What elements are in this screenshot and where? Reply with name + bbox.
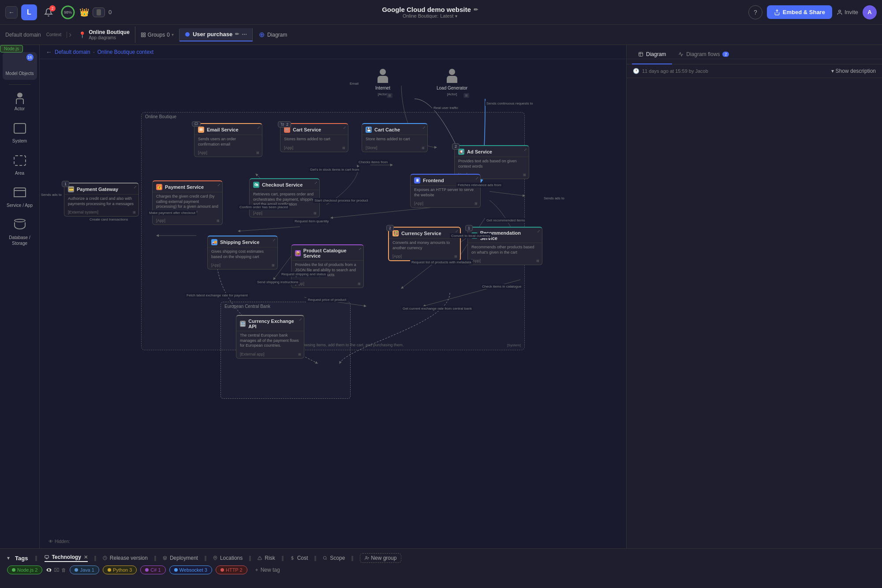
- breadcrumb-domain[interactable]: Default domain: [55, 49, 90, 55]
- product-expand[interactable]: ⤢: [359, 247, 362, 251]
- cart-badge: 2: [278, 121, 291, 127]
- tags-sep-7: ‖: [351, 555, 354, 561]
- ad-expand[interactable]: ⤢: [524, 148, 527, 152]
- load-gen-expand[interactable]: ⊞: [463, 93, 469, 98]
- recommendation-service-node[interactable]: 1 ⤢ ⭐ Recommendation Service Recommends …: [467, 227, 542, 265]
- cart-icon: 🛒: [284, 127, 290, 133]
- tag-websocket[interactable]: Websocket 3: [169, 566, 212, 574]
- payment-service-node[interactable]: ⤢ 💰 Payment Service Charges the given cr…: [152, 180, 223, 225]
- currency-expand[interactable]: ⤢: [455, 229, 458, 233]
- frontend-node[interactable]: ⤢ 🖥 Frontend Exposes an HTTP server to s…: [410, 174, 481, 208]
- tag-python[interactable]: Python 3: [103, 566, 137, 574]
- conn-email-label: Email: [348, 81, 360, 86]
- currency-api-expand[interactable]: ⤢: [299, 318, 302, 322]
- eye-slash-icon[interactable]: 👁‍🗨: [46, 567, 52, 573]
- email-footer: [App]: [194, 150, 262, 157]
- product-catalogue-node[interactable]: ⤢ 📦 Product Catalogue Service Provides t…: [291, 244, 364, 288]
- checkout-expand[interactable]: ⤢: [314, 181, 318, 185]
- project-subtitle[interactable]: Online Boutique: Latest ▾: [403, 13, 457, 19]
- service-label: Service / App: [7, 202, 33, 208]
- shipping-service-node[interactable]: ⤢ 🚚 Shipping Service Gives shipping cost…: [207, 236, 278, 270]
- email-service-node[interactable]: ⤢ ✉ Email Service Sends users an order c…: [194, 123, 262, 157]
- product-title: Product Catalogue Service: [303, 248, 360, 258]
- internet-node[interactable]: Internet [Actor] ⊞: [375, 68, 391, 96]
- ad-header: 📢 Ad Service: [455, 146, 529, 157]
- payment-gateway-node[interactable]: 1 ⤢ 💳 Payment Gateway Authorize a credit…: [64, 183, 139, 217]
- tags-divider-1: ‖: [35, 555, 37, 561]
- add-diagram-button[interactable]: ⊕ Diagram: [253, 28, 293, 41]
- payment-gw-tech: ⊞: [133, 210, 136, 214]
- nodejs-dot: [12, 568, 15, 572]
- sidebar-item-actor[interactable]: Actor: [3, 89, 37, 115]
- notifications-button[interactable]: 2: [41, 4, 56, 20]
- domain-sub: Context: [46, 32, 61, 37]
- sidebar-item-service[interactable]: Service / App: [3, 181, 37, 212]
- avatar[interactable]: A: [863, 5, 877, 19]
- shipping-expand[interactable]: ⤢: [273, 238, 276, 242]
- tag-group-release[interactable]: Release version: [103, 555, 148, 561]
- recommendation-expand[interactable]: ⤢: [537, 229, 540, 233]
- tag-group-cost[interactable]: Cost: [290, 555, 308, 561]
- groups-button[interactable]: Groups 0 ▾: [135, 29, 179, 41]
- cart-cache-body: Store items added to cart: [362, 135, 427, 145]
- more-icon[interactable]: ···: [242, 31, 247, 38]
- technology-close-icon[interactable]: ✕: [84, 554, 88, 560]
- recommendation-footer: [App]: [468, 258, 542, 265]
- tag-nodejs[interactable]: Node.js 2: [7, 566, 42, 574]
- topbar-left: ← L 2 98% 👑 0: [5, 4, 112, 20]
- new-tag-button[interactable]: New tag: [251, 566, 284, 574]
- payment-svc-expand[interactable]: ⤢: [217, 183, 220, 187]
- sidebar-item-database[interactable]: Database / Storage: [3, 213, 37, 250]
- checkout-service-node[interactable]: ⤢ 🛍 Checkout Service Retrieves cart, pre…: [249, 178, 320, 217]
- area-label: Area: [15, 170, 24, 176]
- logo: L: [21, 4, 37, 20]
- cart-cache-node[interactable]: ⤢ 💾 Cart Cache Store items added to cart…: [362, 123, 428, 152]
- cart-cache-expand[interactable]: ⤢: [422, 126, 426, 130]
- product-icon: 📦: [295, 250, 301, 256]
- cart-service-node[interactable]: 2 ⤢ 🛒 Cart Service Stores items added to…: [280, 123, 348, 152]
- embed-share-button[interactable]: Embed & Share: [767, 5, 832, 19]
- payment-svc-header: 💰 Payment Service: [153, 181, 222, 192]
- tag-group-deployment[interactable]: Deployment: [163, 555, 198, 561]
- payment-gw-expand[interactable]: ⤢: [134, 185, 137, 189]
- payment-gw-badge: 1: [62, 181, 69, 187]
- show-description-button[interactable]: ▾ Show description: [831, 68, 876, 74]
- tag-http[interactable]: HTTP 2: [216, 566, 247, 574]
- tag-group-locations[interactable]: Locations: [213, 555, 243, 561]
- tags-collapse-button[interactable]: ▾: [7, 555, 10, 561]
- email-expand-icon[interactable]: ⤢: [257, 126, 260, 130]
- tag-java[interactable]: Java 1: [70, 566, 99, 574]
- cart-expand-icon[interactable]: ⤢: [343, 126, 346, 130]
- tag-csharp[interactable]: C# 1: [140, 566, 165, 574]
- currency-exchange-api-node[interactable]: ⤢ 🏦 Currency Exchange API The central Eu…: [236, 315, 304, 359]
- notification-badge: 2: [49, 5, 56, 11]
- sidebar-item-model-objects[interactable]: 16 Model Objects: [3, 52, 37, 80]
- tag-group-risk[interactable]: Risk: [258, 555, 275, 561]
- display-toggle[interactable]: [93, 7, 105, 17]
- back-button[interactable]: ←: [5, 6, 18, 19]
- help-button[interactable]: ?: [748, 5, 762, 19]
- invite-button[interactable]: Invite: [837, 9, 858, 15]
- tag-group-scope[interactable]: Scope: [323, 555, 345, 561]
- boutique-nav[interactable]: 📍 Online Boutique App diagrams: [73, 26, 135, 43]
- frontend-tech: ⊞: [475, 202, 478, 206]
- internet-expand[interactable]: ⊞: [387, 93, 392, 98]
- new-group-button[interactable]: New group: [360, 553, 401, 563]
- breadcrumb-back-icon[interactable]: ←: [46, 49, 52, 56]
- tags-sep-3: ‖: [204, 555, 207, 561]
- load-generator-node[interactable]: Load Generator [Actor] ⊞: [437, 68, 467, 96]
- currency-service-node[interactable]: 2 ⤢ 💱 Currency Service Converts and mone…: [388, 227, 461, 261]
- frontend-expand[interactable]: ⤢: [475, 176, 478, 180]
- frontend-body: Exposes an HTTP server to serve the webs…: [411, 186, 480, 200]
- conn-continuous: Sends continuous requests to: [485, 101, 534, 106]
- user-purchase-tab[interactable]: User purchase ✏ ···: [179, 28, 253, 41]
- filter-icon[interactable]: ⌧: [54, 567, 60, 573]
- sidebar-item-system[interactable]: System: [3, 117, 37, 147]
- domain-breadcrumb[interactable]: Default domain Context: [5, 32, 67, 38]
- tag-group-technology[interactable]: Technology ✕: [45, 554, 87, 562]
- edit-title-icon[interactable]: ✏: [474, 7, 478, 13]
- recommendation-body: Recommends other products based on what'…: [468, 243, 542, 258]
- breadcrumb-context[interactable]: Online Boutique context: [97, 49, 153, 55]
- sidebar-item-area[interactable]: Area: [3, 149, 37, 180]
- delete-icon[interactable]: 🗑: [61, 567, 66, 573]
